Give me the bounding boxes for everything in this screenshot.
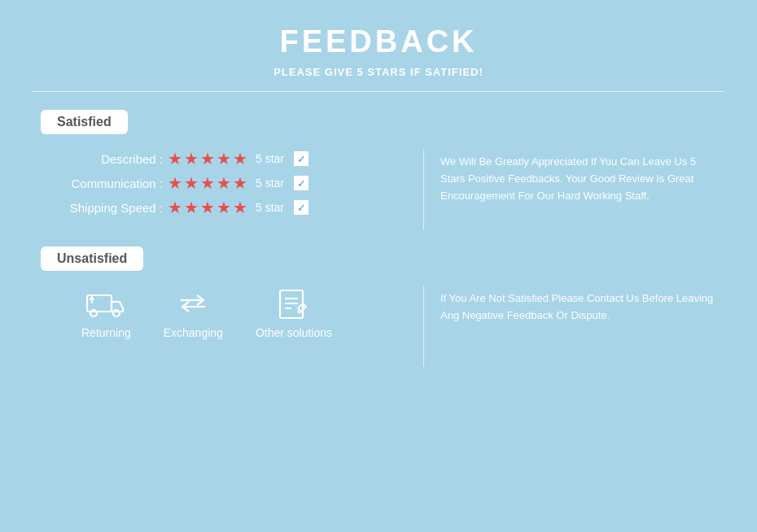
shipping-count: 5 star: [256, 201, 284, 214]
unsatisfied-section: Unsatisfied Returning: [33, 246, 724, 367]
star-5: ★: [233, 149, 247, 168]
satisfied-label: Satisfied: [41, 110, 128, 134]
icons-area: Returning Exchanging: [33, 286, 415, 339]
star-1: ★: [168, 198, 182, 217]
star-2: ★: [184, 149, 199, 168]
shipping-stars: ★ ★ ★ ★ ★: [168, 198, 247, 217]
unsatisfied-divider: [423, 286, 424, 367]
communication-check: ✓: [294, 176, 308, 190]
satisfied-section: Described : ★ ★ ★ ★ ★ 5 star ✓ Communica…: [33, 149, 724, 230]
described-check: ✓: [294, 151, 308, 166]
page: FEEDBACK PLEASE GIVE 5 STARS IF SATIFIED…: [0, 0, 757, 532]
ratings-column: Described : ★ ★ ★ ★ ★ 5 star ✓ Communica…: [33, 149, 415, 217]
returning-item: Returning: [81, 286, 131, 339]
star-5: ★: [233, 173, 247, 193]
exchanging-item: Exchanging: [164, 286, 223, 339]
unsatisfied-content: Returning Exchanging: [33, 286, 724, 367]
star-3: ★: [200, 198, 215, 217]
communication-row: Communication : ★ ★ ★ ★ ★ 5 star ✓: [57, 173, 308, 193]
star-1: ★: [168, 173, 182, 193]
other-solutions-item: Other solutions: [256, 286, 332, 339]
unsatisfied-message: If You Are Not Satisfied Please Contact …: [432, 286, 724, 329]
page-title: FEEDBACK: [279, 24, 477, 59]
star-3: ★: [200, 149, 215, 168]
communication-count: 5 star: [256, 177, 284, 190]
described-label: Described :: [57, 152, 163, 166]
other-solutions-icon: [273, 286, 314, 321]
star-5: ★: [233, 198, 247, 217]
svg-rect-3: [280, 290, 303, 318]
returning-label: Returning: [81, 326, 131, 339]
page-subtitle: PLEASE GIVE 5 STARS IF SATIFIED!: [273, 66, 484, 78]
star-4: ★: [217, 198, 231, 217]
unsatisfied-label: Unsatisfied: [41, 246, 143, 271]
exchange-icon: [173, 286, 213, 321]
exchanging-label: Exchanging: [164, 326, 223, 339]
star-4: ★: [217, 149, 231, 168]
other-solutions-label: Other solutions: [256, 326, 332, 339]
communication-label: Communication :: [57, 177, 163, 190]
described-row: Described : ★ ★ ★ ★ ★ 5 star ✓: [57, 149, 308, 168]
star-4: ★: [217, 173, 231, 193]
star-2: ★: [184, 173, 199, 193]
icons-row: Returning Exchanging: [57, 286, 415, 339]
satisfied-message: We Will Be Greatly Appreciated If You Ca…: [432, 149, 724, 209]
section-divider: [423, 149, 424, 230]
described-stars: ★ ★ ★ ★ ★: [168, 149, 247, 168]
shipping-row: Shipping Speed : ★ ★ ★ ★ ★ 5 star ✓: [57, 198, 308, 217]
shipping-label: Shipping Speed :: [57, 201, 163, 215]
star-1: ★: [168, 149, 182, 168]
communication-stars: ★ ★ ★ ★ ★: [168, 173, 247, 193]
header-divider: [33, 91, 724, 92]
star-3: ★: [200, 173, 215, 193]
described-count: 5 star: [256, 152, 284, 165]
shipping-check: ✓: [294, 200, 308, 215]
returning-icon: [85, 286, 126, 321]
star-2: ★: [184, 198, 199, 217]
